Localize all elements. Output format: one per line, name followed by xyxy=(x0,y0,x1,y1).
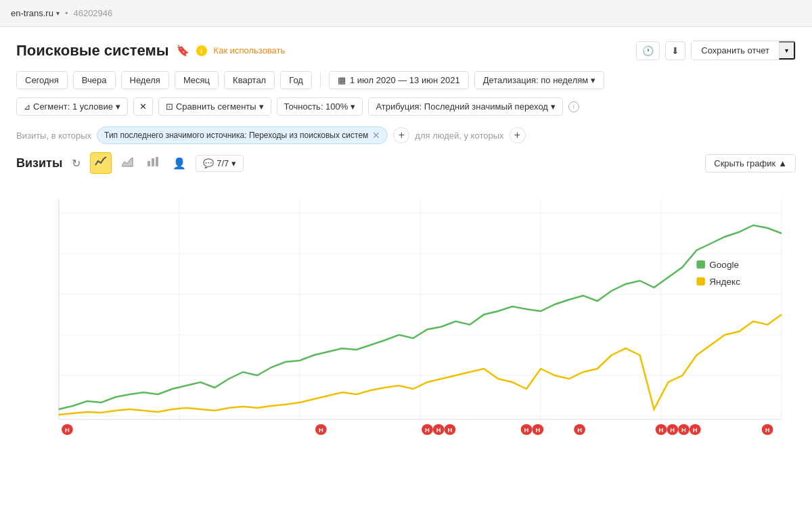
clock-button[interactable]: 🕐 xyxy=(636,41,660,60)
filter-icon: ⊿ xyxy=(24,102,30,112)
add-people-button[interactable]: + xyxy=(510,127,526,143)
svg-text:H: H xyxy=(693,427,698,434)
svg-text:H: H xyxy=(425,427,430,434)
segment-label: Сегмент: 1 условие xyxy=(33,101,113,112)
detail-chevron: ▾ xyxy=(591,75,595,85)
svg-text:H: H xyxy=(319,427,323,434)
segment-tag-text: Тип последнего значимого источника: Пере… xyxy=(104,131,368,140)
svg-text:H: H xyxy=(577,427,582,434)
period-bar: Сегодня Вчера Неделя Месяц Квартал Год ▦… xyxy=(16,71,796,89)
svg-text:Яндекс: Яндекс xyxy=(709,277,740,287)
domain-chevron: ▾ xyxy=(56,9,60,17)
bubble-icon: 💬 xyxy=(203,158,214,168)
counter-chevron: ▾ xyxy=(231,158,236,168)
user-chart-button[interactable]: 👤 xyxy=(168,154,190,172)
svg-text:H: H xyxy=(436,427,441,434)
accuracy-chevron: ▾ xyxy=(351,101,355,112)
compare-chevron: ▾ xyxy=(259,101,264,112)
visits-left: Визиты ↻ 👤 💬 7/7 ▾ xyxy=(16,152,244,174)
period-month[interactable]: Месяц xyxy=(175,71,219,89)
top-bar: en-trans.ru ▾ • 46202946 xyxy=(0,0,812,27)
svg-text:Google: Google xyxy=(709,260,739,270)
title-left: Поисковые системы 🔖 i Как использовать xyxy=(16,42,285,60)
info-icon[interactable]: i xyxy=(196,45,207,56)
svg-text:H: H xyxy=(448,427,453,434)
attribution-chevron: ▾ xyxy=(551,101,556,112)
counter-label: 7/7 xyxy=(217,158,229,168)
period-quarter[interactable]: Квартал xyxy=(224,71,275,89)
period-week[interactable]: Неделя xyxy=(121,71,169,89)
segment-chevron: ▾ xyxy=(116,101,120,112)
segment-row: Визиты, в которых Тип последнего значимо… xyxy=(16,126,796,144)
date-range-label: 1 июл 2020 — 13 июн 2021 xyxy=(350,75,460,85)
svg-text:H: H xyxy=(681,427,686,434)
svg-rect-2 xyxy=(156,157,158,166)
domain-selector[interactable]: en-trans.ru ▾ xyxy=(11,8,60,18)
add-condition-button[interactable]: + xyxy=(393,127,409,143)
detail-button[interactable]: Детализация: по неделям ▾ xyxy=(474,71,605,89)
bookmark-icon[interactable]: 🔖 xyxy=(176,44,189,57)
people-label: для людей, у которых xyxy=(415,131,503,141)
hide-chart-button[interactable]: Скрыть график ▲ xyxy=(705,154,796,172)
period-yesterday[interactable]: Вчера xyxy=(73,71,116,89)
domain-name: en-trans.ru xyxy=(11,8,53,18)
svg-text:H: H xyxy=(765,427,770,434)
attribution-info-icon[interactable]: i xyxy=(568,101,579,112)
main-content: Поисковые системы 🔖 i Как использовать 🕐… xyxy=(0,27,812,463)
segment-button[interactable]: ⊿ Сегмент: 1 условие ▾ xyxy=(16,97,128,116)
site-id: 46202946 xyxy=(73,8,112,18)
svg-rect-1 xyxy=(152,158,154,166)
segment-tag: Тип последнего значимого источника: Пере… xyxy=(97,126,388,144)
title-right: 🕐 ⬇ Сохранить отчет ▾ xyxy=(636,41,796,60)
download-button[interactable]: ⬇ xyxy=(665,41,685,60)
accuracy-button[interactable]: Точность: 100% ▾ xyxy=(277,97,363,116)
compare-button[interactable]: ⊡ Сравнить сегменты ▾ xyxy=(158,97,271,116)
attribution-button[interactable]: Атрибуция: Последний значимый переход ▾ xyxy=(368,97,563,116)
svg-text:H: H xyxy=(65,427,70,434)
chart-wrapper: H H H H H H H xyxy=(16,179,796,436)
hide-chart-label: Скрыть график xyxy=(714,158,775,168)
svg-rect-51 xyxy=(696,277,705,285)
detail-label: Детализация: по неделям xyxy=(483,75,589,85)
period-year[interactable]: Год xyxy=(280,71,312,89)
chart-svg: H H H H H H H xyxy=(16,179,796,436)
line-chart-button[interactable] xyxy=(90,152,112,174)
visits-title: Визиты xyxy=(16,156,62,170)
chart-area: H H H H H H H xyxy=(16,179,796,450)
svg-text:H: H xyxy=(670,427,675,434)
compare-icon: ⊡ xyxy=(166,101,173,112)
save-button[interactable]: Сохранить отчет xyxy=(692,41,779,60)
area-chart-button[interactable] xyxy=(117,153,137,173)
separator: • xyxy=(65,8,68,18)
save-chevron-button[interactable]: ▾ xyxy=(779,41,795,60)
hide-chart-icon: ▲ xyxy=(778,158,787,168)
filter-bar: ⊿ Сегмент: 1 условие ▾ ✕ ⊡ Сравнить сегм… xyxy=(16,97,796,116)
segment-close-button[interactable]: ✕ xyxy=(133,97,153,116)
page-title: Поисковые системы xyxy=(16,42,169,60)
svg-text:H: H xyxy=(524,427,529,434)
title-row: Поисковые системы 🔖 i Как использовать 🕐… xyxy=(16,41,796,60)
refresh-button[interactable]: ↻ xyxy=(68,154,85,172)
visits-row: Визиты ↻ 👤 💬 7/7 ▾ Ск xyxy=(16,152,796,174)
segment-prefix: Визиты, в которых xyxy=(16,131,91,141)
compare-label: Сравнить сегменты xyxy=(176,101,256,112)
svg-rect-0 xyxy=(148,161,150,166)
save-group: Сохранить отчет ▾ xyxy=(691,41,796,60)
bar-chart-button[interactable] xyxy=(143,153,163,173)
date-range-button[interactable]: ▦ 1 июл 2020 — 13 июн 2021 xyxy=(329,71,469,89)
period-separator xyxy=(320,72,321,89)
calendar-icon: ▦ xyxy=(338,75,346,85)
counter-button[interactable]: 💬 7/7 ▾ xyxy=(196,155,244,172)
attribution-label: Атрибуция: Последний значимый переход xyxy=(376,101,548,112)
svg-text:H: H xyxy=(659,427,664,434)
svg-text:H: H xyxy=(535,427,540,434)
svg-rect-49 xyxy=(696,260,705,269)
how-to-use-link[interactable]: Как использовать xyxy=(214,45,286,55)
segment-tag-close[interactable]: ✕ xyxy=(372,130,380,141)
period-today[interactable]: Сегодня xyxy=(16,71,68,89)
accuracy-label: Точность: 100% xyxy=(284,101,348,112)
annotation-dots: H H H H H H H xyxy=(62,424,773,435)
